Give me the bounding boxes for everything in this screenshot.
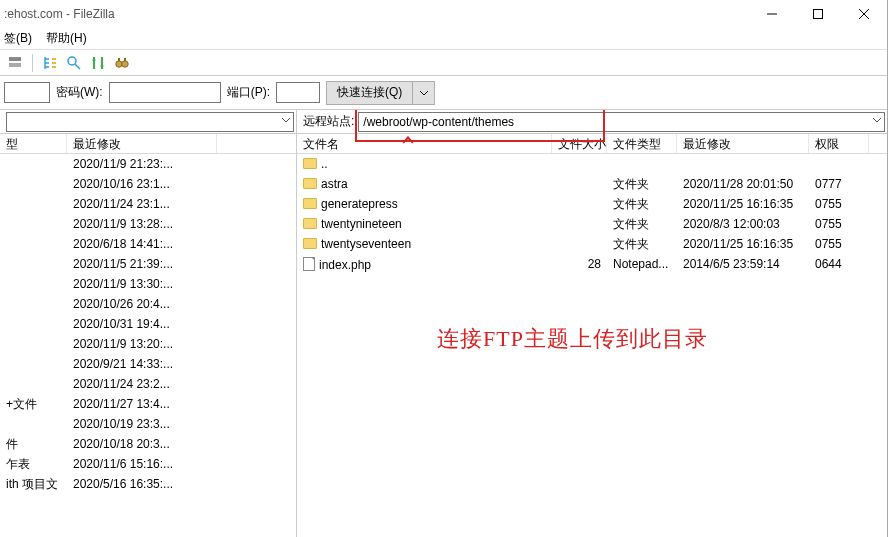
remote-site-value: /webroot/wp-content/themes bbox=[363, 115, 514, 129]
list-item[interactable]: 2020/10/16 23:1... bbox=[0, 174, 296, 194]
host-input[interactable] bbox=[4, 82, 50, 103]
cell-modified: 2020/5/16 16:35:... bbox=[67, 477, 217, 491]
list-item[interactable]: 乍表2020/11/6 15:16:... bbox=[0, 454, 296, 474]
cell-modified: 2020/11/9 21:23:... bbox=[67, 157, 217, 171]
svg-rect-9 bbox=[124, 58, 126, 61]
cell-size: 28 bbox=[552, 257, 607, 271]
password-input[interactable] bbox=[109, 82, 221, 103]
list-item[interactable]: 2020/10/26 20:4... bbox=[0, 294, 296, 314]
list-item[interactable]: 2020/6/18 14:41:... bbox=[0, 234, 296, 254]
cell-type: 乍表 bbox=[0, 456, 67, 473]
folder-icon bbox=[303, 238, 317, 249]
port-input[interactable] bbox=[276, 82, 320, 103]
toolbar-search-button[interactable] bbox=[111, 52, 133, 74]
list-item[interactable]: 2020/11/24 23:1... bbox=[0, 194, 296, 214]
cell-modified: 2020/8/3 12:00:03 bbox=[677, 217, 809, 231]
remote-list[interactable]: 文件名 文件大小 文件类型 最近修改 权限 ..astra文件夹2020/11/… bbox=[297, 134, 887, 537]
app-window: :ehost.com - FileZilla 签(B) 帮助(H) bbox=[0, 0, 888, 537]
cell-name: index.php bbox=[297, 257, 552, 272]
list-item[interactable]: 2020/11/9 13:30:... bbox=[0, 274, 296, 294]
chevron-down-icon bbox=[419, 88, 429, 98]
cell-modified: 2014/6/5 23:59:14 bbox=[677, 257, 809, 271]
toolbar-toggle-tree-button[interactable] bbox=[39, 52, 61, 74]
cell-type: 文件夹 bbox=[607, 236, 677, 253]
cell-modified: 2020/11/28 20:01:50 bbox=[677, 177, 809, 191]
minimize-button[interactable] bbox=[749, 0, 795, 28]
list-item[interactable]: 2020/9/21 14:33:... bbox=[0, 354, 296, 374]
cell-type: 文件夹 bbox=[607, 176, 677, 193]
svg-rect-2 bbox=[9, 63, 21, 67]
list-item[interactable]: generatepress文件夹2020/11/25 16:16:350755 bbox=[297, 194, 887, 214]
cell-perm: 0755 bbox=[809, 217, 869, 231]
cell-modified: 2020/11/9 13:20:... bbox=[67, 337, 217, 351]
col-name[interactable]: 文件名 bbox=[297, 134, 552, 153]
col-perm[interactable]: 权限 bbox=[809, 134, 869, 153]
cell-type: 文件夹 bbox=[607, 216, 677, 233]
toolbar-compare-button[interactable] bbox=[87, 52, 109, 74]
svg-point-5 bbox=[101, 64, 104, 67]
list-item[interactable]: +文件2020/11/27 13:4... bbox=[0, 394, 296, 414]
col-modified[interactable]: 最近修改 bbox=[677, 134, 809, 153]
local-list[interactable]: 型 最近修改 2020/11/9 21:23:...2020/10/16 23:… bbox=[0, 134, 296, 537]
list-item[interactable]: 2020/11/9 13:28:... bbox=[0, 214, 296, 234]
col-size[interactable]: 文件大小 bbox=[552, 134, 607, 153]
quick-connect-dropdown[interactable] bbox=[413, 81, 435, 105]
remote-list-header: 文件名 文件大小 文件类型 最近修改 权限 bbox=[297, 134, 887, 154]
toolbar-sitemanager-button[interactable] bbox=[4, 52, 26, 74]
magnifier-icon bbox=[66, 55, 82, 71]
toolbar-separator bbox=[32, 54, 33, 72]
folder-icon bbox=[303, 178, 317, 189]
menu-help[interactable]: 帮助(H) bbox=[46, 30, 87, 47]
list-item[interactable]: 件2020/10/18 20:3... bbox=[0, 434, 296, 454]
folder-icon bbox=[303, 198, 317, 209]
cell-type: 文件夹 bbox=[607, 196, 677, 213]
list-item[interactable]: ith 项目文2020/5/16 16:35:... bbox=[0, 474, 296, 494]
compare-icon bbox=[90, 55, 106, 71]
cell-perm: 0755 bbox=[809, 237, 869, 251]
col-modified[interactable]: 最近修改 bbox=[67, 134, 217, 153]
cell-type: 件 bbox=[0, 436, 67, 453]
svg-rect-8 bbox=[118, 58, 120, 61]
cell-modified: 2020/11/6 15:16:... bbox=[67, 457, 217, 471]
cell-type: +文件 bbox=[0, 396, 67, 413]
menu-bookmarks[interactable]: 签(B) bbox=[4, 30, 32, 47]
col-type[interactable]: 文件类型 bbox=[607, 134, 677, 153]
local-list-header: 型 最近修改 bbox=[0, 134, 296, 154]
remote-site-combo[interactable]: /webroot/wp-content/themes bbox=[358, 112, 885, 132]
list-item[interactable]: twentyseventeen文件夹2020/11/25 16:16:35075… bbox=[297, 234, 887, 254]
cell-modified: 2020/11/25 16:16:35 bbox=[677, 237, 809, 251]
close-button[interactable] bbox=[841, 0, 887, 28]
cell-name: astra bbox=[297, 177, 552, 191]
list-item[interactable]: 2020/11/24 23:2... bbox=[0, 374, 296, 394]
svg-point-7 bbox=[122, 60, 128, 66]
cell-modified: 2020/11/9 13:28:... bbox=[67, 217, 217, 231]
list-item[interactable]: twentynineteen文件夹2020/8/3 12:00:030755 bbox=[297, 214, 887, 234]
list-item[interactable]: 2020/11/9 21:23:... bbox=[0, 154, 296, 174]
cell-modified: 2020/10/18 20:3... bbox=[67, 437, 217, 451]
cell-modified: 2020/9/21 14:33:... bbox=[67, 357, 217, 371]
list-item[interactable]: astra文件夹2020/11/28 20:01:500777 bbox=[297, 174, 887, 194]
chevron-down-icon bbox=[872, 115, 882, 125]
maximize-button[interactable] bbox=[795, 0, 841, 28]
close-icon bbox=[859, 9, 869, 19]
quick-connect-button[interactable]: 快速连接(Q) bbox=[326, 81, 413, 105]
folder-icon bbox=[303, 218, 317, 229]
toolbar-filter-button[interactable] bbox=[63, 52, 85, 74]
col-type[interactable]: 型 bbox=[0, 134, 67, 153]
list-item[interactable]: .. bbox=[297, 154, 887, 174]
svg-point-4 bbox=[93, 58, 96, 61]
list-item[interactable]: 2020/10/31 19:4... bbox=[0, 314, 296, 334]
list-item[interactable]: index.php28Notepad...2014/6/5 23:59:1406… bbox=[297, 254, 887, 274]
list-item[interactable]: 2020/10/19 23:3... bbox=[0, 414, 296, 434]
quick-connect-group: 快速连接(Q) bbox=[326, 81, 435, 105]
file-icon bbox=[303, 257, 315, 271]
cell-modified: 2020/11/25 16:16:35 bbox=[677, 197, 809, 211]
binoculars-icon bbox=[114, 55, 130, 71]
remote-site-label: 远程站点: bbox=[303, 113, 354, 130]
cell-modified: 2020/11/9 13:30:... bbox=[67, 277, 217, 291]
list-item[interactable]: 2020/11/9 13:20:... bbox=[0, 334, 296, 354]
local-site-combo[interactable] bbox=[6, 112, 294, 132]
cell-modified: 2020/11/24 23:1... bbox=[67, 197, 217, 211]
list-item[interactable]: 2020/11/5 21:39:... bbox=[0, 254, 296, 274]
annotation-text: 连接FTP主题上传到此目录 bbox=[437, 324, 708, 354]
